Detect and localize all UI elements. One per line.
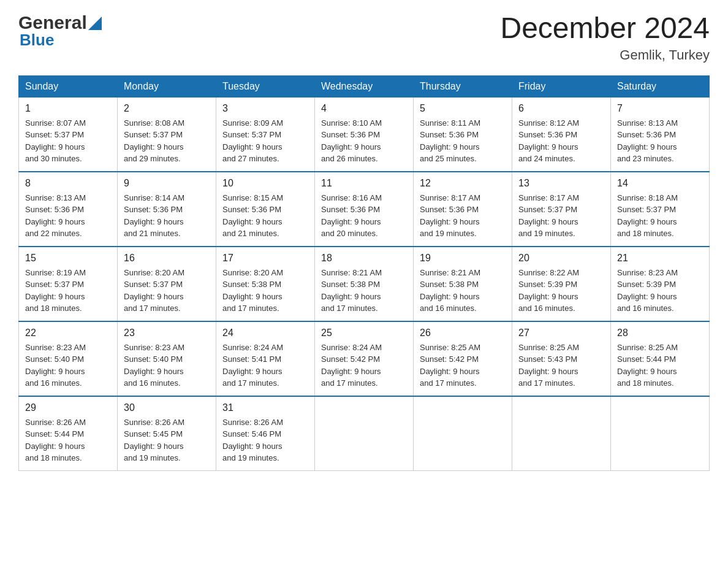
col-wednesday: Wednesday: [315, 75, 414, 97]
sunrise-info: Sunrise: 8:08 AM: [124, 118, 184, 128]
daylight-info: Daylight: 9 hours: [518, 292, 578, 301]
sunset-info: Sunset: 5:37 PM: [25, 130, 84, 139]
daylight-info: Daylight: 9 hours: [25, 292, 85, 301]
calendar-cell: 18Sunrise: 8:21 AMSunset: 5:38 PMDayligh…: [315, 247, 414, 321]
daylight-info: Daylight: 9 hours: [124, 442, 184, 451]
sunset-info: Sunset: 5:36 PM: [518, 130, 577, 139]
calendar-cell: 23Sunrise: 8:23 AMSunset: 5:40 PMDayligh…: [118, 321, 216, 396]
daylight-minutes: and 16 minutes.: [617, 304, 674, 313]
daylight-minutes: and 18 minutes.: [25, 304, 82, 313]
calendar-cell: 13Sunrise: 8:17 AMSunset: 5:37 PMDayligh…: [512, 172, 611, 247]
day-number: 12: [420, 176, 506, 191]
sunrise-info: Sunrise: 8:25 AM: [420, 343, 480, 352]
daylight-minutes: and 19 minutes.: [222, 453, 279, 462]
sunrise-info: Sunrise: 8:20 AM: [222, 268, 283, 277]
calendar-cell: [512, 396, 611, 471]
title-block: December 2024 Gemlik, Turkey: [500, 12, 710, 63]
sunrise-info: Sunrise: 8:23 AM: [25, 343, 86, 352]
col-saturday: Saturday: [611, 75, 710, 97]
day-number: 22: [25, 326, 111, 340]
svg-marker-0: [88, 17, 102, 30]
week-row-3: 15Sunrise: 8:19 AMSunset: 5:37 PMDayligh…: [19, 247, 710, 321]
daylight-info: Daylight: 9 hours: [420, 142, 480, 151]
calendar-cell: 2Sunrise: 8:08 AMSunset: 5:37 PMDaylight…: [118, 97, 216, 172]
daylight-minutes: and 24 minutes.: [518, 154, 575, 163]
day-number: 6: [518, 101, 604, 116]
logo: General Blue: [18, 12, 102, 50]
day-number: 20: [518, 251, 604, 266]
daylight-minutes: and 26 minutes.: [321, 154, 378, 163]
day-number: 27: [518, 326, 604, 340]
sunrise-info: Sunrise: 8:24 AM: [222, 343, 283, 352]
sunset-info: Sunset: 5:37 PM: [124, 280, 183, 289]
sunrise-info: Sunrise: 8:21 AM: [420, 268, 480, 277]
calendar-cell: 11Sunrise: 8:16 AMSunset: 5:36 PMDayligh…: [315, 172, 414, 247]
day-number: 9: [124, 176, 210, 191]
sunrise-info: Sunrise: 8:26 AM: [222, 418, 283, 427]
sunset-info: Sunset: 5:38 PM: [321, 280, 380, 289]
calendar-cell: 6Sunrise: 8:12 AMSunset: 5:36 PMDaylight…: [512, 97, 611, 172]
logo-blue-text: Blue: [20, 31, 54, 50]
daylight-info: Daylight: 9 hours: [222, 367, 282, 376]
calendar-cell: [414, 396, 512, 471]
day-number: 14: [617, 176, 703, 191]
daylight-minutes: and 16 minutes.: [124, 378, 181, 388]
sunset-info: Sunset: 5:37 PM: [124, 130, 183, 139]
calendar-cell: [315, 396, 414, 471]
calendar-cell: 20Sunrise: 8:22 AMSunset: 5:39 PMDayligh…: [512, 247, 611, 321]
day-number: 25: [321, 326, 407, 340]
calendar-cell: 4Sunrise: 8:10 AMSunset: 5:36 PMDaylight…: [315, 97, 414, 172]
sunset-info: Sunset: 5:46 PM: [222, 429, 281, 439]
sunset-info: Sunset: 5:36 PM: [617, 130, 676, 139]
daylight-info: Daylight: 9 hours: [518, 367, 578, 376]
daylight-minutes: and 30 minutes.: [25, 154, 82, 163]
calendar-cell: 27Sunrise: 8:25 AMSunset: 5:43 PMDayligh…: [512, 321, 611, 396]
sunset-info: Sunset: 5:45 PM: [124, 429, 183, 439]
day-number: 16: [124, 251, 210, 266]
calendar-cell: 12Sunrise: 8:17 AMSunset: 5:36 PMDayligh…: [414, 172, 512, 247]
calendar-cell: 10Sunrise: 8:15 AMSunset: 5:36 PMDayligh…: [216, 172, 315, 247]
calendar-table: Sunday Monday Tuesday Wednesday Thursday…: [18, 75, 710, 471]
week-row-2: 8Sunrise: 8:13 AMSunset: 5:36 PMDaylight…: [19, 172, 710, 247]
calendar-cell: 9Sunrise: 8:14 AMSunset: 5:36 PMDaylight…: [118, 172, 216, 247]
daylight-info: Daylight: 9 hours: [420, 292, 480, 301]
sunset-info: Sunset: 5:44 PM: [25, 429, 84, 439]
sunset-info: Sunset: 5:40 PM: [124, 354, 183, 364]
daylight-minutes: and 17 minutes.: [222, 304, 279, 313]
daylight-info: Daylight: 9 hours: [25, 142, 85, 151]
calendar-cell: 14Sunrise: 8:18 AMSunset: 5:37 PMDayligh…: [611, 172, 710, 247]
day-number: 3: [222, 101, 308, 116]
sunset-info: Sunset: 5:36 PM: [25, 205, 84, 214]
daylight-minutes: and 16 minutes.: [25, 378, 82, 388]
calendar-cell: 29Sunrise: 8:26 AMSunset: 5:44 PMDayligh…: [19, 396, 118, 471]
sunset-info: Sunset: 5:36 PM: [321, 130, 380, 139]
day-number: 13: [518, 176, 604, 191]
daylight-minutes: and 18 minutes.: [617, 378, 674, 388]
sunset-info: Sunset: 5:44 PM: [617, 354, 676, 364]
daylight-info: Daylight: 9 hours: [321, 217, 381, 226]
daylight-info: Daylight: 9 hours: [617, 142, 677, 151]
daylight-minutes: and 19 minutes.: [124, 453, 181, 462]
col-tuesday: Tuesday: [216, 75, 315, 97]
daylight-info: Daylight: 9 hours: [124, 367, 184, 376]
daylight-minutes: and 23 minutes.: [617, 154, 674, 163]
sunset-info: Sunset: 5:36 PM: [420, 205, 479, 214]
page-header: General Blue December 2024 Gemlik, Turke…: [18, 12, 710, 63]
sunrise-info: Sunrise: 8:22 AM: [518, 268, 579, 277]
daylight-minutes: and 17 minutes.: [518, 378, 575, 388]
logo-general-text: General: [18, 12, 87, 33]
day-number: 4: [321, 101, 407, 116]
daylight-minutes: and 17 minutes.: [321, 378, 378, 388]
day-number: 26: [420, 326, 506, 340]
sunset-info: Sunset: 5:39 PM: [617, 280, 676, 289]
daylight-info: Daylight: 9 hours: [25, 217, 85, 226]
daylight-minutes: and 21 minutes.: [222, 229, 279, 238]
daylight-info: Daylight: 9 hours: [222, 292, 282, 301]
sunrise-info: Sunrise: 8:07 AM: [25, 118, 86, 128]
sunrise-info: Sunrise: 8:26 AM: [25, 418, 86, 427]
daylight-info: Daylight: 9 hours: [420, 217, 480, 226]
daylight-minutes: and 20 minutes.: [321, 229, 378, 238]
daylight-info: Daylight: 9 hours: [617, 217, 677, 226]
calendar-cell: 5Sunrise: 8:11 AMSunset: 5:36 PMDaylight…: [414, 97, 512, 172]
calendar-cell: 31Sunrise: 8:26 AMSunset: 5:46 PMDayligh…: [216, 396, 315, 471]
